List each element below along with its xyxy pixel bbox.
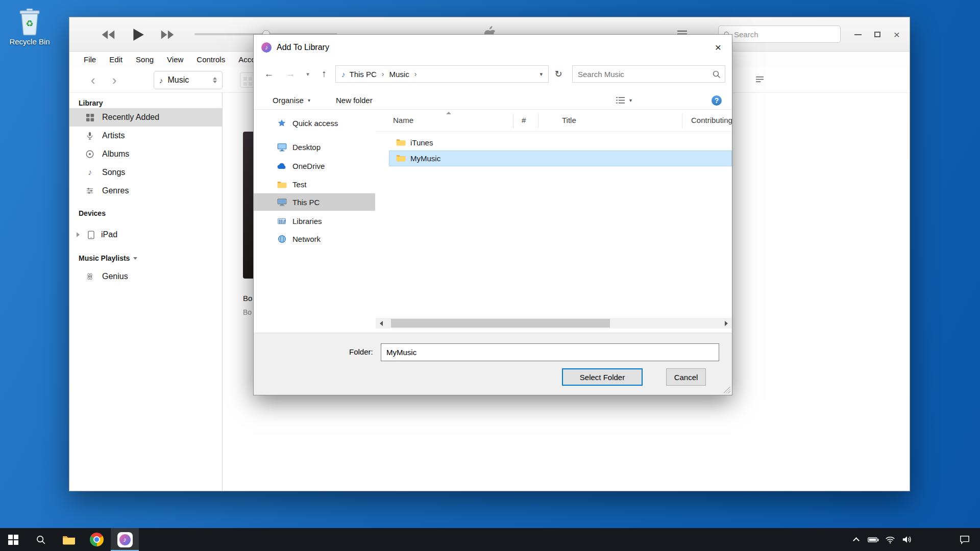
devices-header: Devices xyxy=(69,208,222,218)
media-kind-selector[interactable]: ♪ Music xyxy=(154,71,223,89)
album-title[interactable]: Bo xyxy=(243,294,252,303)
file-row-mymusic[interactable]: MyMusic xyxy=(389,151,732,166)
menu-view[interactable]: View xyxy=(167,55,183,64)
album-icon xyxy=(85,150,95,158)
tree-item-desktop[interactable]: Desktop xyxy=(254,138,375,156)
fast-forward-button[interactable] xyxy=(156,25,179,44)
folder-icon xyxy=(396,138,406,147)
expand-chevron-icon[interactable] xyxy=(77,232,80,237)
sidebar-item-label: Albums xyxy=(102,149,129,159)
address-dropdown-icon[interactable]: ▾ xyxy=(540,71,543,78)
maximize-button[interactable] xyxy=(871,28,884,41)
search-icon xyxy=(36,535,46,545)
back-button[interactable]: ← xyxy=(262,66,276,82)
cloud-icon xyxy=(276,163,287,169)
help-button[interactable]: ? xyxy=(712,95,722,106)
scroll-left-button[interactable] xyxy=(376,318,387,329)
sidebar-item-albums[interactable]: Albums xyxy=(69,145,222,163)
dialog-nav-row: ← → ▾ ↑ ♪ This PC › Music › ▾ ↻ xyxy=(254,60,732,92)
dialog-search-input[interactable] xyxy=(573,66,725,82)
view-options-button[interactable]: ▾ xyxy=(616,96,632,104)
sidebar-item-label: Genres xyxy=(102,186,129,195)
grid-icon xyxy=(85,113,95,122)
sort-ascending-icon xyxy=(446,112,451,114)
minimize-button[interactable] xyxy=(851,28,865,41)
sidebar-item-genius[interactable]: Genius xyxy=(69,267,222,286)
dialog-search-box[interactable] xyxy=(572,65,725,83)
menu-controls[interactable]: Controls xyxy=(197,55,225,64)
back-button[interactable]: ‹ xyxy=(85,72,101,88)
horizontal-scrollbar[interactable] xyxy=(376,318,732,329)
tree-item-label: OneDrive xyxy=(292,162,325,170)
cancel-button[interactable]: Cancel xyxy=(666,368,706,386)
star-icon xyxy=(276,118,287,128)
navigation-pane: Quick access Desktop OneDrive xyxy=(254,110,376,333)
forward-button[interactable]: → xyxy=(283,66,298,82)
tree-item-this-pc[interactable]: This PC xyxy=(254,193,375,211)
column-name[interactable]: Name xyxy=(393,116,413,124)
itunes-search-input[interactable] xyxy=(734,30,836,39)
folder-name-input[interactable] xyxy=(381,343,719,361)
column-contributing-artists[interactable]: Contributing artists xyxy=(691,116,732,124)
itunes-taskbar-button[interactable]: ♪ xyxy=(111,528,139,551)
content-view-toggle-icon[interactable] xyxy=(755,76,764,85)
chevron-right-icon[interactable]: › xyxy=(382,70,384,78)
rewind-button[interactable] xyxy=(97,25,119,44)
refresh-button[interactable]: ↻ xyxy=(551,66,566,82)
file-explorer-button[interactable] xyxy=(55,528,83,551)
action-center-icon[interactable] xyxy=(956,528,973,551)
tree-item-test[interactable]: Test xyxy=(254,176,375,193)
tree-item-network[interactable]: Network xyxy=(254,230,375,247)
resize-grip[interactable] xyxy=(724,387,730,393)
battery-icon[interactable] xyxy=(865,528,881,551)
sidebar-item-ipad[interactable]: iPad xyxy=(69,226,222,244)
forward-button[interactable]: › xyxy=(106,72,122,88)
dialog-titlebar[interactable]: ♪ Add To Library × xyxy=(254,35,732,60)
address-bar[interactable]: ♪ This PC › Music › ▾ xyxy=(335,65,549,83)
album-artist[interactable]: Bo xyxy=(243,308,252,316)
tree-item-label: Quick access xyxy=(292,119,338,128)
play-button[interactable] xyxy=(127,25,149,44)
music-note-icon: ♪ xyxy=(159,76,163,85)
new-folder-button[interactable]: New folder xyxy=(336,96,373,105)
chrome-button[interactable] xyxy=(83,528,111,551)
tree-item-onedrive[interactable]: OneDrive xyxy=(254,157,375,174)
tree-item-libraries[interactable]: Libraries xyxy=(254,212,375,230)
close-button[interactable]: × xyxy=(890,28,903,41)
breadcrumb-music[interactable]: Music xyxy=(389,70,409,79)
music-playlists-label: Music Playlists xyxy=(79,253,130,263)
menu-file[interactable]: File xyxy=(84,55,96,64)
volume-icon[interactable] xyxy=(898,528,915,551)
menu-song[interactable]: Song xyxy=(136,55,154,64)
dropdown-icon: ▾ xyxy=(629,97,632,103)
column-title[interactable]: Title xyxy=(562,116,576,124)
tray-chevron-icon[interactable] xyxy=(848,528,865,551)
scrollbar-thumb[interactable] xyxy=(391,319,610,328)
dialog-close-button[interactable]: × xyxy=(704,35,732,60)
itunes-search-box[interactable] xyxy=(718,26,841,43)
organise-button[interactable]: Organise ▾ xyxy=(273,96,310,105)
file-name: iTunes xyxy=(410,138,433,147)
collapse-chevron-icon xyxy=(133,257,137,260)
sidebar-item-songs[interactable]: ♪ Songs xyxy=(69,163,222,182)
tree-item-label: This PC xyxy=(292,198,320,207)
scroll-right-button[interactable] xyxy=(721,318,732,329)
scrollbar-track[interactable] xyxy=(387,318,721,329)
tree-item-quick-access[interactable]: Quick access xyxy=(254,114,375,132)
sidebar-item-recently-added[interactable]: Recently Added xyxy=(69,108,222,127)
sidebar-item-genres[interactable]: Genres xyxy=(69,182,222,200)
breadcrumb-this-pc[interactable]: This PC xyxy=(350,70,377,79)
file-row-itunes[interactable]: iTunes xyxy=(389,135,732,151)
sidebar-item-artists[interactable]: Artists xyxy=(69,127,222,145)
recycle-bin[interactable]: ♻ Recycle Bin xyxy=(6,6,53,46)
column-number[interactable]: # xyxy=(522,116,526,124)
music-playlists-header[interactable]: Music Playlists xyxy=(69,253,222,263)
start-button[interactable] xyxy=(0,528,27,551)
wifi-icon[interactable] xyxy=(881,528,898,551)
select-folder-button[interactable]: Select Folder xyxy=(562,368,643,386)
up-one-level-button[interactable]: ↑ xyxy=(317,66,331,82)
taskbar-search-button[interactable] xyxy=(27,528,55,551)
chevron-right-icon[interactable]: › xyxy=(414,70,417,78)
menu-edit[interactable]: Edit xyxy=(109,55,122,64)
recent-locations-dropdown-icon[interactable]: ▾ xyxy=(301,66,315,82)
